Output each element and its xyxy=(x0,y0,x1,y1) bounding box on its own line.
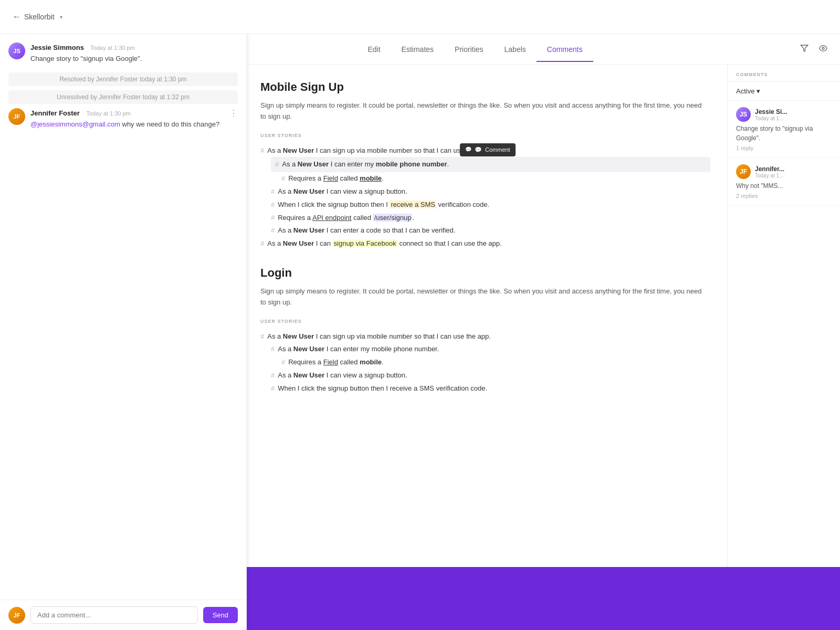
main-content: Mobile Sign Up Sign up simply means to r… xyxy=(239,65,727,630)
comment-reply[interactable]: 1 reply xyxy=(736,145,832,151)
comments-panel-header: COMMENTS xyxy=(728,65,840,82)
project-dropdown-icon[interactable]: ▾ xyxy=(60,14,62,20)
tab-estimates[interactable]: Estimates xyxy=(391,37,444,62)
thread-username: Jessie Simmons xyxy=(30,44,84,51)
tooltip-label: Comment xyxy=(485,145,510,155)
filter-arrow-icon: ▾ xyxy=(757,87,760,95)
user-stories-label-2: USER STORIES xyxy=(260,319,706,324)
mention-link[interactable]: @jessiesimmons@gmail.com xyxy=(30,120,120,128)
hash-icon: # xyxy=(271,200,275,211)
comment-user-row: JF Jennifer... Today at 1... xyxy=(736,164,832,179)
thread-time-jennifer: Today at 1:30 pm xyxy=(86,110,130,117)
story-list-1: # As a New User I can sign up via mobile… xyxy=(260,144,706,250)
tab-edit[interactable]: Edit xyxy=(357,37,391,62)
story-row: # As a New User I can sign up via mobile… xyxy=(260,330,706,343)
story-row: # When I click the signup button then I … xyxy=(271,382,706,395)
comment-text-input[interactable] xyxy=(30,606,198,624)
story-row: # Requires a API endpoint called /user/s… xyxy=(271,212,706,225)
user-stories-label-1: USER STORIES xyxy=(260,133,706,138)
project-name: Skellorbit xyxy=(24,13,55,21)
comment-username: Jessie Si... xyxy=(755,108,832,116)
thread-username-jennifer: Jennifer Foster xyxy=(30,109,80,117)
comment-entry: JS Jessie Si... Today at 1... Change sto… xyxy=(728,101,840,158)
hash-icon: # xyxy=(281,357,285,368)
filter-label: Active xyxy=(736,87,754,95)
comments-filter[interactable]: Active ▾ xyxy=(728,82,840,101)
story-row: # As a New User I can view a signup butt… xyxy=(271,185,706,198)
comment-tooltip[interactable]: 💬 Comment xyxy=(460,143,516,157)
hash-icon: # xyxy=(271,213,275,224)
hash-icon: # xyxy=(260,331,264,342)
story-row: # When I click the signup button then I … xyxy=(271,198,706,212)
story-list-2: # As a New User I can sign up via mobile… xyxy=(260,330,706,395)
resolved-notice: Resolved by Jennifer Foster today at 1:3… xyxy=(8,72,238,86)
story-row: # As a New User I can signup via Faceboo… xyxy=(260,237,706,250)
comment-text: Change story to "signup via Google". xyxy=(736,124,832,143)
unresolved-notice: Unresolved by Jennifer Foster today at 1… xyxy=(8,90,238,104)
section-login: Login Sign up simply means to register. … xyxy=(260,266,706,395)
thread-time: Today at 1:30 pm xyxy=(90,45,134,51)
thread-text: Change story to "signup via Google". xyxy=(30,54,238,64)
hash-icon: # xyxy=(271,344,275,355)
back-arrow-icon: ← xyxy=(13,12,21,22)
thread-body-jennifer: Jennifer Foster Today at 1:30 pm ⋮ @jess… xyxy=(30,108,238,130)
back-button[interactable]: ← Skellorbit ▾ xyxy=(13,12,62,22)
hash-icon: # xyxy=(260,238,264,249)
comment-avatar-jennifer: JF xyxy=(736,164,751,179)
filter-icon[interactable] xyxy=(800,44,811,55)
section-desc-login: Sign up simply means to register. It cou… xyxy=(260,286,706,308)
section-title-mobile-sign-up: Mobile Sign Up xyxy=(260,80,706,94)
thread-avatar-jennifer: JF xyxy=(8,108,25,125)
comment-avatar-jessie: JS xyxy=(736,107,751,122)
section-desc-mobile-sign-up: Sign up simply means to register. It cou… xyxy=(260,100,706,122)
nav-icons xyxy=(800,44,830,55)
tab-comments[interactable]: Comments xyxy=(537,37,593,62)
story-row: # As a New User I can sign up via mobile… xyxy=(260,144,706,158)
top-nav: ← Skellorbit ▾ xyxy=(0,0,840,34)
hash-icon: # xyxy=(271,225,275,236)
story-row: # As a New User I can enter my mobile ph… xyxy=(271,157,710,172)
comment-user-info: Jessie Si... Today at 1... xyxy=(755,108,832,121)
story-row: # As a New User I can enter a code so th… xyxy=(271,224,706,237)
eye-icon[interactable] xyxy=(819,44,830,55)
tab-priorities[interactable]: Priorities xyxy=(444,37,494,62)
comment-text: Why not "MMS... xyxy=(736,181,832,191)
thread-text-jennifer: @jessiesimmons@gmail.com why we need to … xyxy=(30,119,238,130)
thread-avatar-jessie: JS xyxy=(8,43,25,59)
story-row: # As a New User I can enter my mobile ph… xyxy=(271,343,706,356)
thread-comment-jennifer: JF Jennifer Foster Today at 1:30 pm ⋮ @j… xyxy=(8,108,238,130)
input-avatar: JF xyxy=(8,607,25,624)
send-button[interactable]: Send xyxy=(203,607,238,623)
comment-user-info: Jennifer... Today at 1... xyxy=(755,165,832,178)
tooltip-icon: 💬 xyxy=(475,145,482,155)
thread-body: Jessie Simmons Today at 1:30 pm Change s… xyxy=(30,43,238,64)
hash-icon: # xyxy=(271,370,275,381)
comment-thread: JS Jessie Simmons Today at 1:30 pm Chang… xyxy=(0,34,246,600)
hash-icon: # xyxy=(271,186,275,197)
story-row: # Requires a Field called mobile. xyxy=(281,172,706,185)
comment-time: Today at 1... xyxy=(755,173,832,178)
hash-icon: # xyxy=(281,173,285,184)
comment-input-area: JF Send xyxy=(0,600,246,630)
section-title-login: Login xyxy=(260,266,706,280)
svg-point-1 xyxy=(822,47,824,49)
tab-labels[interactable]: Labels xyxy=(494,37,537,62)
comment-time: Today at 1... xyxy=(755,116,832,121)
hash-icon: # xyxy=(275,159,279,170)
comment-user-row: JS Jessie Si... Today at 1... xyxy=(736,107,832,122)
hash-icon: # xyxy=(260,145,264,156)
story-row: # Requires a Field called mobile. xyxy=(281,356,706,369)
svg-marker-0 xyxy=(801,45,807,51)
comment-reply[interactable]: 2 replies xyxy=(736,193,832,199)
section-mobile-sign-up: Mobile Sign Up Sign up simply means to r… xyxy=(260,80,706,250)
comment-username: Jennifer... xyxy=(755,165,832,173)
story-row: # As a New User I can view a signup butt… xyxy=(271,369,706,382)
comments-panel: COMMENTS Active ▾ JS Jessie Si... Today … xyxy=(727,65,840,630)
hash-icon: # xyxy=(271,383,275,394)
more-options-icon[interactable]: ⋮ xyxy=(229,108,238,118)
comment-entry: JF Jennifer... Today at 1... Why not "MM… xyxy=(728,158,840,206)
comment-drawer: JS Assigned to Jessie Simmons xyxy=(0,0,247,630)
thread-comment: JS Jessie Simmons Today at 1:30 pm Chang… xyxy=(8,43,238,64)
